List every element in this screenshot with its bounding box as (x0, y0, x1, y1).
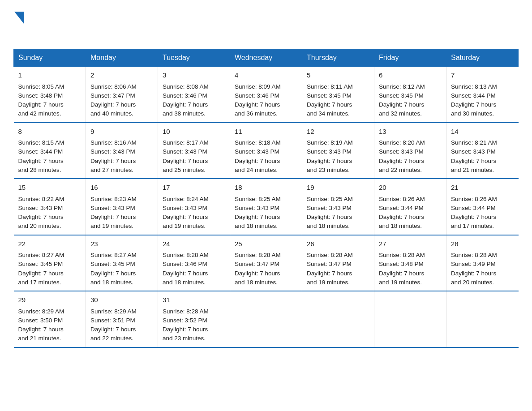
calendar-cell (374, 291, 446, 347)
calendar-cell: 15Sunrise: 8:22 AMSunset: 3:43 PMDayligh… (14, 179, 86, 235)
calendar-cell: 18Sunrise: 8:25 AMSunset: 3:43 PMDayligh… (230, 179, 302, 235)
calendar-cell: 20Sunrise: 8:26 AMSunset: 3:44 PMDayligh… (374, 179, 446, 235)
day-number: 29 (18, 295, 82, 305)
calendar-cell: 22Sunrise: 8:27 AMSunset: 3:45 PMDayligh… (14, 235, 86, 291)
calendar-cell: 8Sunrise: 8:15 AMSunset: 3:44 PMDaylight… (14, 123, 86, 179)
day-number: 6 (379, 70, 442, 81)
logo (13, 9, 24, 40)
day-info: Sunrise: 8:28 AMSunset: 3:47 PMDaylight:… (235, 252, 281, 286)
day-info: Sunrise: 8:24 AMSunset: 3:43 PMDaylight:… (163, 196, 209, 230)
day-info: Sunrise: 8:16 AMSunset: 3:43 PMDaylight:… (90, 139, 137, 173)
day-info: Sunrise: 8:28 AMSunset: 3:48 PMDaylight:… (379, 252, 425, 286)
col-header-tuesday: Tuesday (158, 49, 230, 67)
day-info: Sunrise: 8:08 AMSunset: 3:46 PMDaylight:… (163, 83, 209, 117)
calendar-cell: 25Sunrise: 8:28 AMSunset: 3:47 PMDayligh… (230, 235, 302, 291)
day-info: Sunrise: 8:05 AMSunset: 3:48 PMDaylight:… (18, 83, 64, 117)
day-number: 2 (90, 70, 153, 81)
day-info: Sunrise: 8:17 AMSunset: 3:43 PMDaylight:… (163, 139, 209, 173)
day-number: 28 (451, 239, 514, 249)
calendar-table: SundayMondayTuesdayWednesdayThursdayFrid… (13, 49, 519, 348)
day-info: Sunrise: 8:19 AMSunset: 3:43 PMDaylight:… (307, 139, 353, 173)
day-number: 18 (235, 183, 297, 193)
day-number: 31 (163, 295, 225, 305)
day-number: 11 (235, 127, 297, 137)
calendar-cell: 27Sunrise: 8:28 AMSunset: 3:48 PMDayligh… (374, 235, 446, 291)
calendar-week-row: 29Sunrise: 8:29 AMSunset: 3:50 PMDayligh… (14, 291, 519, 347)
day-info: Sunrise: 8:12 AMSunset: 3:45 PMDaylight:… (379, 83, 425, 117)
calendar-cell: 2Sunrise: 8:06 AMSunset: 3:47 PMDaylight… (86, 67, 158, 123)
day-info: Sunrise: 8:28 AMSunset: 3:46 PMDaylight:… (163, 252, 209, 286)
day-number: 8 (18, 127, 82, 137)
day-info: Sunrise: 8:20 AMSunset: 3:43 PMDaylight:… (379, 139, 425, 173)
calendar-cell: 4Sunrise: 8:09 AMSunset: 3:46 PMDaylight… (230, 67, 302, 123)
calendar-cell (446, 291, 519, 347)
calendar-cell: 21Sunrise: 8:26 AMSunset: 3:44 PMDayligh… (446, 179, 519, 235)
calendar-cell: 5Sunrise: 8:11 AMSunset: 3:45 PMDaylight… (302, 67, 374, 123)
calendar-cell: 7Sunrise: 8:13 AMSunset: 3:44 PMDaylight… (446, 67, 519, 123)
day-info: Sunrise: 8:11 AMSunset: 3:45 PMDaylight:… (307, 83, 353, 117)
calendar-cell: 11Sunrise: 8:18 AMSunset: 3:43 PMDayligh… (230, 123, 302, 179)
col-header-monday: Monday (86, 49, 158, 67)
logo-triangle-icon (14, 12, 24, 24)
day-number: 20 (379, 183, 442, 193)
day-number: 4 (235, 70, 297, 81)
col-header-friday: Friday (374, 49, 446, 67)
day-number: 22 (18, 239, 82, 249)
calendar-cell: 17Sunrise: 8:24 AMSunset: 3:43 PMDayligh… (158, 179, 230, 235)
calendar-week-row: 1Sunrise: 8:05 AMSunset: 3:48 PMDaylight… (14, 67, 519, 123)
logo-icon (13, 9, 24, 40)
day-number: 5 (307, 70, 369, 81)
col-header-saturday: Saturday (446, 49, 519, 67)
calendar-cell: 29Sunrise: 8:29 AMSunset: 3:50 PMDayligh… (14, 291, 86, 347)
calendar-week-row: 15Sunrise: 8:22 AMSunset: 3:43 PMDayligh… (14, 179, 519, 235)
day-info: Sunrise: 8:29 AMSunset: 3:51 PMDaylight:… (90, 308, 137, 342)
col-header-sunday: Sunday (14, 49, 86, 67)
day-info: Sunrise: 8:28 AMSunset: 3:49 PMDaylight:… (451, 252, 497, 286)
day-number: 19 (307, 183, 369, 193)
day-number: 27 (379, 239, 442, 249)
day-info: Sunrise: 8:23 AMSunset: 3:43 PMDaylight:… (90, 196, 137, 230)
day-number: 15 (18, 183, 82, 193)
day-info: Sunrise: 8:09 AMSunset: 3:46 PMDaylight:… (235, 83, 281, 117)
calendar-cell: 26Sunrise: 8:28 AMSunset: 3:47 PMDayligh… (302, 235, 374, 291)
day-info: Sunrise: 8:22 AMSunset: 3:43 PMDaylight:… (18, 196, 64, 230)
day-info: Sunrise: 8:18 AMSunset: 3:43 PMDaylight:… (235, 139, 281, 173)
day-info: Sunrise: 8:27 AMSunset: 3:45 PMDaylight:… (18, 252, 64, 286)
day-info: Sunrise: 8:13 AMSunset: 3:44 PMDaylight:… (451, 83, 497, 117)
day-info: Sunrise: 8:06 AMSunset: 3:47 PMDaylight:… (90, 83, 137, 117)
calendar-week-row: 8Sunrise: 8:15 AMSunset: 3:44 PMDaylight… (14, 123, 519, 179)
calendar-cell: 6Sunrise: 8:12 AMSunset: 3:45 PMDaylight… (374, 67, 446, 123)
calendar-cell: 12Sunrise: 8:19 AMSunset: 3:43 PMDayligh… (302, 123, 374, 179)
day-info: Sunrise: 8:26 AMSunset: 3:44 PMDaylight:… (451, 196, 497, 230)
day-number: 21 (451, 183, 514, 193)
calendar-cell: 13Sunrise: 8:20 AMSunset: 3:43 PMDayligh… (374, 123, 446, 179)
day-number: 25 (235, 239, 297, 249)
day-number: 7 (451, 70, 514, 81)
calendar-cell (230, 291, 302, 347)
day-number: 17 (163, 183, 225, 193)
day-number: 9 (90, 127, 153, 137)
day-info: Sunrise: 8:25 AMSunset: 3:43 PMDaylight:… (235, 196, 281, 230)
day-number: 12 (307, 127, 369, 137)
day-info: Sunrise: 8:21 AMSunset: 3:43 PMDaylight:… (451, 139, 497, 173)
day-number: 26 (307, 239, 369, 249)
calendar-cell: 1Sunrise: 8:05 AMSunset: 3:48 PMDaylight… (14, 67, 86, 123)
day-number: 10 (163, 127, 225, 137)
calendar-cell: 31Sunrise: 8:28 AMSunset: 3:52 PMDayligh… (158, 291, 230, 347)
calendar-cell: 28Sunrise: 8:28 AMSunset: 3:49 PMDayligh… (446, 235, 519, 291)
calendar-cell (302, 291, 374, 347)
calendar-header-row: SundayMondayTuesdayWednesdayThursdayFrid… (14, 49, 519, 67)
calendar-cell: 9Sunrise: 8:16 AMSunset: 3:43 PMDaylight… (86, 123, 158, 179)
day-number: 1 (18, 70, 82, 81)
calendar-cell: 14Sunrise: 8:21 AMSunset: 3:43 PMDayligh… (446, 123, 519, 179)
calendar-cell: 24Sunrise: 8:28 AMSunset: 3:46 PMDayligh… (158, 235, 230, 291)
day-number: 3 (163, 70, 225, 81)
day-number: 13 (379, 127, 442, 137)
col-header-wednesday: Wednesday (230, 49, 302, 67)
calendar-cell: 30Sunrise: 8:29 AMSunset: 3:51 PMDayligh… (86, 291, 158, 347)
calendar-cell: 16Sunrise: 8:23 AMSunset: 3:43 PMDayligh… (86, 179, 158, 235)
day-number: 14 (451, 127, 514, 137)
day-info: Sunrise: 8:28 AMSunset: 3:52 PMDaylight:… (163, 308, 209, 342)
day-info: Sunrise: 8:15 AMSunset: 3:44 PMDaylight:… (18, 139, 64, 173)
calendar-cell: 19Sunrise: 8:25 AMSunset: 3:43 PMDayligh… (302, 179, 374, 235)
